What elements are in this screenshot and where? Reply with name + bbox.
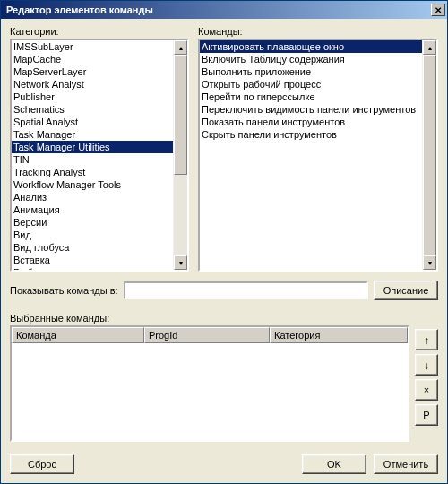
category-item[interactable]: Spatial Analyst	[12, 116, 173, 128]
close-icon: ✕	[435, 5, 442, 15]
ok-button[interactable]: OK	[302, 454, 366, 474]
command-item[interactable]: Включить Таблицу содержания	[200, 53, 422, 65]
dialog-content: Категории: IMSSubLayerMapCacheMapServerL…	[1, 19, 447, 483]
category-item[interactable]: Анимация	[12, 203, 173, 216]
table-body	[12, 343, 408, 440]
selected-commands-section: Выбранные команды: Команда ProgId Катего…	[10, 313, 438, 442]
window-title: Редактор элементов команды	[6, 4, 153, 15]
arrow-down-icon: ↓	[424, 359, 429, 372]
category-item[interactable]: IMSSubLayer	[12, 40, 173, 53]
command-item[interactable]: Показать панели инструментов	[200, 116, 422, 128]
category-item[interactable]: Вид	[12, 229, 173, 241]
command-item[interactable]: Выполнить приложение	[200, 65, 422, 78]
col-category[interactable]: Категория	[270, 327, 408, 343]
move-down-button[interactable]: ↓	[415, 354, 438, 376]
cancel-button[interactable]: Отменить	[374, 454, 438, 474]
category-item[interactable]: Версии	[12, 216, 173, 229]
categories-listbox[interactable]: IMSSubLayerMapCacheMapServerLayerNetwork…	[10, 39, 189, 272]
category-item[interactable]: Вставка	[12, 254, 173, 266]
category-item[interactable]: Publisher	[12, 91, 173, 103]
scroll-down-icon[interactable]: ▾	[423, 255, 436, 270]
scroll-thumb[interactable]	[423, 55, 436, 255]
reset-button[interactable]: Сброс	[10, 454, 74, 474]
category-item[interactable]: MapServerLayer	[12, 65, 173, 78]
selected-commands-table[interactable]: Команда ProgId Категория	[10, 325, 409, 442]
commands-column: Команды: Активировать плавающее окноВклю…	[198, 26, 438, 272]
scroll-up-icon[interactable]: ▴	[174, 40, 187, 55]
bottom-buttons-row: Сброс OK Отменить	[10, 454, 438, 474]
selected-table-area: Команда ProgId Категория ↑ ↓ × P	[10, 325, 438, 442]
category-item[interactable]: Выборка	[12, 266, 173, 270]
show-commands-row: Показывать команды в: Описание	[10, 281, 438, 300]
properties-button[interactable]: P	[415, 404, 438, 426]
commands-label: Команды:	[198, 26, 438, 37]
scroll-track[interactable]	[423, 55, 436, 255]
selected-commands-label: Выбранные команды:	[10, 313, 438, 324]
category-item[interactable]: Workflow Manager Tools	[12, 178, 173, 191]
categories-label: Категории:	[10, 26, 189, 37]
categories-column: Категории: IMSSubLayerMapCacheMapServerL…	[10, 26, 189, 272]
commands-listbox[interactable]: Активировать плавающее окноВключить Табл…	[198, 39, 438, 272]
command-item[interactable]: Переключить видимость панели инструменто…	[200, 103, 422, 116]
remove-button[interactable]: ×	[415, 379, 438, 401]
category-item[interactable]: Task Manager Utilities	[12, 141, 173, 153]
category-item[interactable]: Вид глобуса	[12, 241, 173, 254]
table-header: Команда ProgId Категория	[12, 327, 408, 343]
scroll-up-icon[interactable]: ▴	[423, 40, 436, 55]
command-item[interactable]: Перейти по гиперссылке	[200, 91, 422, 103]
command-item[interactable]: Открыть рабочий процесс	[200, 78, 422, 91]
remove-icon: ×	[424, 385, 429, 395]
description-button[interactable]: Описание	[374, 281, 438, 300]
col-progid[interactable]: ProgId	[144, 327, 270, 343]
top-lists-row: Категории: IMSSubLayerMapCacheMapServerL…	[10, 26, 438, 272]
commands-scrollbar[interactable]: ▴ ▾	[422, 40, 436, 270]
show-in-input[interactable]	[124, 281, 368, 299]
category-item[interactable]: Анализ	[12, 191, 173, 203]
command-item[interactable]: Активировать плавающее окно	[200, 40, 422, 53]
col-command[interactable]: Команда	[12, 327, 144, 343]
command-item[interactable]: Скрыть панели инструментов	[200, 128, 422, 141]
scroll-thumb[interactable]	[174, 55, 187, 175]
dialog-window: Редактор элементов команды ✕ Категории: …	[0, 0, 448, 484]
close-button[interactable]: ✕	[431, 4, 445, 16]
scroll-down-icon[interactable]: ▾	[174, 255, 187, 270]
category-item[interactable]: TIN	[12, 153, 173, 166]
category-item[interactable]: Task Manager	[12, 128, 173, 141]
category-item[interactable]: Tracking Analyst	[12, 166, 173, 178]
bottom-right-buttons: OK Отменить	[302, 454, 438, 474]
categories-scrollbar[interactable]: ▴ ▾	[173, 40, 187, 270]
category-item[interactable]: Network Analyst	[12, 78, 173, 91]
arrow-up-icon: ↑	[424, 334, 429, 347]
titlebar: Редактор элементов команды ✕	[1, 1, 447, 19]
properties-icon: P	[423, 410, 429, 420]
side-buttons: ↑ ↓ × P	[415, 325, 438, 442]
category-item[interactable]: MapCache	[12, 53, 173, 65]
scroll-track[interactable]	[174, 55, 187, 255]
move-up-button[interactable]: ↑	[415, 329, 438, 350]
category-item[interactable]: Schematics	[12, 103, 173, 116]
show-in-label: Показывать команды в:	[10, 285, 118, 296]
